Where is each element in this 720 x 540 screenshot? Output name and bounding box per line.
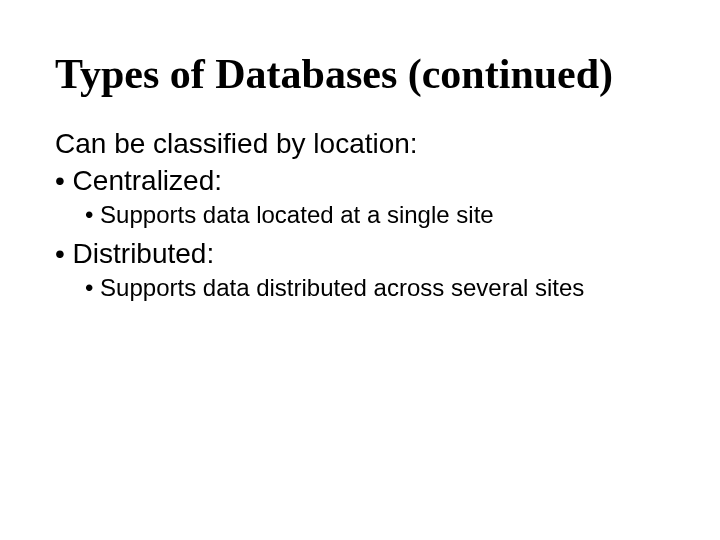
bullet-centralized: Centralized: (55, 163, 680, 198)
intro-text: Can be classified by location: (55, 126, 680, 161)
slide-title: Types of Databases (continued) (55, 50, 680, 98)
subbullet-distributed: Supports data distributed across several… (55, 273, 680, 303)
slide: Types of Databases (continued) Can be cl… (0, 0, 720, 540)
subbullet-centralized: Supports data located at a single site (55, 200, 680, 230)
bullet-distributed: Distributed: (55, 236, 680, 271)
